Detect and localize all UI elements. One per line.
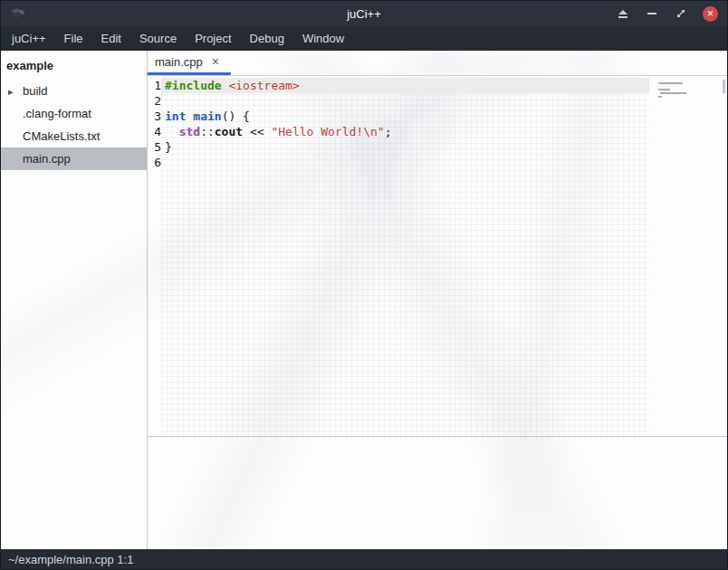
minimap[interactable] <box>649 78 727 436</box>
source-editor[interactable]: 1 2 3 4 5 6 #include <iostream> int main… <box>148 76 727 436</box>
tree-item-label: build <box>23 84 47 98</box>
token-plain: } <box>165 140 172 154</box>
line-number: 3 <box>149 109 161 124</box>
tab-label: main.cpp <box>155 55 203 69</box>
code-line-6[interactable] <box>161 155 649 170</box>
code-line-5[interactable]: } <box>161 139 649 155</box>
line-number: 2 <box>149 93 161 109</box>
token-string: "Hello World!\n" <box>271 125 384 138</box>
sidebar-item-clang-format[interactable]: .clang-format <box>1 102 147 125</box>
file-tree-sidebar: example ▸ build .clang-format CMakeLists… <box>1 51 148 549</box>
token-plain: :: <box>200 125 215 138</box>
minimap-line-mark <box>658 89 670 90</box>
tree-item-label: .clang-format <box>23 107 91 120</box>
eject-icon-shape <box>618 10 627 18</box>
menu-window[interactable]: Window <box>293 26 353 51</box>
minimap-line-mark <box>658 82 683 84</box>
restore-button[interactable] <box>674 6 688 21</box>
line-number: 4 <box>149 124 161 139</box>
statusbar: ~/example/main.cpp 1:1 <box>1 549 727 569</box>
chevron-right-icon[interactable]: ▸ <box>8 85 14 97</box>
tree-item-label: CMakeLists.txt <box>23 129 100 143</box>
token-keyword: int <box>165 109 186 123</box>
menu-file[interactable]: File <box>55 26 92 51</box>
menu-source[interactable]: Source <box>130 26 186 51</box>
menu-debug[interactable]: Debug <box>241 26 293 51</box>
token-preprocessor: #include <box>165 79 222 92</box>
token-function-name: main <box>193 109 221 123</box>
token-operator: << <box>243 125 271 138</box>
minimap-line-mark <box>658 96 662 98</box>
tab-main-cpp[interactable]: main.cpp × <box>148 51 231 75</box>
code-line-1[interactable]: #include <iostream> <box>161 78 649 93</box>
token-plain: () { <box>222 109 250 123</box>
token-identifier: cout <box>215 125 243 138</box>
sidebar-item-build[interactable]: ▸ build <box>1 80 147 102</box>
line-number: 1 <box>149 78 161 93</box>
code-line-3[interactable]: int main() { <box>161 109 649 124</box>
token-indent <box>165 125 179 138</box>
content-area: example ▸ build .clang-format CMakeLists… <box>1 51 727 549</box>
token-plain: ; <box>385 125 392 138</box>
code-area[interactable]: #include <iostream> int main() { std::co… <box>161 78 649 436</box>
terminal-panel[interactable] <box>148 436 727 549</box>
editor-pane: main.cpp × 1 2 3 4 5 6 #include <iostrea… <box>148 51 727 549</box>
menu-project[interactable]: Project <box>186 26 240 51</box>
status-file-location: ~/example/main.cpp 1:1 <box>8 553 133 566</box>
scrollbar-thumb[interactable] <box>723 80 725 93</box>
line-number: 5 <box>149 139 161 155</box>
token-header-name: <iostream> <box>228 79 299 92</box>
window-controls: × <box>616 6 718 22</box>
minimize-icon <box>647 13 656 14</box>
line-number-gutter: 1 2 3 4 5 6 <box>148 78 161 436</box>
tree-item-label: main.cpp <box>23 152 71 166</box>
menubar: juCi++ File Edit Source Project Debug Wi… <box>1 26 727 51</box>
sidebar-item-cmakelists[interactable]: CMakeLists.txt <box>1 125 147 147</box>
tab-close-icon[interactable]: × <box>212 55 219 68</box>
eject-icon[interactable] <box>616 6 630 21</box>
titlebar: juCi++ × <box>1 1 727 26</box>
code-line-2[interactable] <box>161 93 649 109</box>
line-number: 6 <box>149 155 161 170</box>
close-button[interactable]: × <box>703 6 718 22</box>
restore-icon <box>675 8 686 19</box>
token-namespace: std <box>179 125 200 138</box>
sidebar-item-main-cpp[interactable]: main.cpp <box>1 147 147 170</box>
minimap-line-mark <box>660 92 686 94</box>
menu-edit[interactable]: Edit <box>92 26 130 51</box>
minimize-button[interactable] <box>645 6 659 21</box>
app-window: juCi++ × juCi++ File Edit Source Project <box>0 0 728 570</box>
code-line-4[interactable]: std::cout << "Hello World!\n"; <box>161 124 649 139</box>
project-root-label[interactable]: example <box>1 55 147 80</box>
tabbar: main.cpp × <box>148 51 727 76</box>
menu-jucipp[interactable]: juCi++ <box>3 26 55 51</box>
app-logo-icon <box>10 7 26 21</box>
